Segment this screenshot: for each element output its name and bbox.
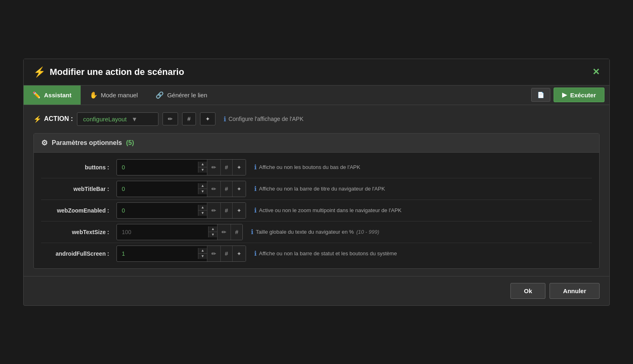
spinner-up-webzoomenabled[interactable]: ▲ — [198, 205, 207, 211]
param-desc-webzoomenabled: ℹ Active ou non le zoom multipoint dans … — [254, 206, 402, 214]
param-input-group-webtextsize: ▲ ▼ ✏ # — [116, 224, 243, 240]
param-desc-webtextsize: ℹ Taille globale du texte du navigateur … — [251, 228, 379, 236]
param-row-webzoomenabled: webZoomEnabled : ▲ ▼ ✏ # ✦ ℹ — [41, 200, 592, 221]
param-hash-btn-buttons[interactable]: # — [220, 160, 232, 175]
param-input-group-androidfullscreen: ▲ ▼ ✏ # ✦ — [116, 246, 246, 262]
tab-assistant[interactable]: ✏️ Assistant — [24, 86, 81, 105]
param-edit-btn-webtitlebar[interactable]: ✏ — [207, 181, 220, 197]
param-name-buttons: buttons : — [41, 164, 112, 171]
param-edit-btn-buttons[interactable]: ✏ — [207, 160, 220, 175]
param-hash-btn-webtextsize[interactable]: # — [231, 224, 242, 240]
ok-button[interactable]: Ok — [510, 283, 545, 299]
chevron-down-icon: ▼ — [132, 116, 138, 123]
param-hash-btn-androidfullscreen[interactable]: # — [220, 246, 232, 261]
bolt-icon: ⚡ — [33, 66, 46, 78]
param-input-webtextsize[interactable] — [117, 226, 208, 239]
info-icon: ℹ — [251, 228, 253, 236]
param-hash-btn-webtitlebar[interactable]: # — [220, 181, 232, 197]
spinner-down-webtitlebar[interactable]: ▼ — [198, 189, 207, 194]
action-label: ⚡ ACTION : — [33, 115, 73, 123]
param-spinner-webtitlebar: ▲ ▼ — [198, 183, 207, 194]
param-spinner-webtextsize: ▲ ▼ — [208, 226, 217, 237]
param-spinner-androidfullscreen: ▲ ▼ — [198, 248, 207, 259]
dialog-title: ⚡ Modifier une action de scénario — [33, 66, 184, 78]
param-desc-androidfullscreen: ℹ Affiche ou non la barre de statut et l… — [254, 250, 397, 257]
action-select[interactable]: configureLayout ▼ — [77, 112, 158, 126]
param-input-group-webzoomenabled: ▲ ▼ ✏ # ✦ — [116, 202, 246, 219]
run-icon: ▶ — [562, 91, 567, 99]
dialog: ⚡ Modifier une action de scénario ✕ ✏️ A… — [23, 59, 610, 306]
content: ⚡ ACTION : configureLayout ▼ ✏ # ✦ ℹ Con… — [24, 105, 609, 276]
param-input-buttons[interactable] — [117, 161, 198, 174]
action-value: configureLayout — [83, 116, 127, 123]
wand-icon: ✏️ — [33, 91, 41, 99]
spinner-down-androidfullscreen[interactable]: ▼ — [198, 254, 207, 259]
param-desc-webtitlebar: ℹ Affiche ou non la barre de titre du na… — [254, 185, 385, 193]
spinner-up-webtextsize[interactable]: ▲ — [209, 226, 217, 232]
info-icon: ℹ — [254, 185, 257, 193]
info-icon: ℹ — [254, 163, 257, 171]
action-bolt-icon: ⚡ — [33, 115, 42, 123]
wand-icon: ✦ — [205, 116, 210, 122]
param-row-webtitlebar: webTitleBar : ▲ ▼ ✏ # ✦ ℹ Aff — [41, 178, 592, 200]
cancel-button[interactable]: Annuler — [549, 283, 600, 299]
spinner-down-webzoomenabled[interactable]: ▼ — [198, 211, 207, 216]
param-wand-btn-buttons[interactable]: ✦ — [232, 160, 246, 175]
param-name-webtextsize: webTextSize : — [41, 229, 112, 235]
param-wand-btn-webzoomenabled[interactable]: ✦ — [232, 203, 246, 218]
param-input-webtitlebar[interactable] — [117, 182, 198, 195]
spinner-up-androidfullscreen[interactable]: ▲ — [198, 248, 207, 254]
link-icon: 🔗 — [156, 91, 164, 99]
hand-icon: ✋ — [90, 91, 98, 99]
param-input-group-buttons: ▲ ▼ ✏ # ✦ — [116, 159, 246, 175]
param-input-group-webtitlebar: ▲ ▼ ✏ # ✦ — [116, 181, 246, 197]
param-name-webtitlebar: webTitleBar : — [41, 186, 112, 192]
param-edit-btn-androidfullscreen[interactable]: ✏ — [207, 246, 220, 261]
param-row-buttons: buttons : ▲ ▼ ✏ # ✦ ℹ Affiche — [41, 157, 592, 178]
tabs-right: 📄 ▶ Exécuter — [531, 88, 609, 102]
param-row-webtextsize: webTextSize : ▲ ▼ ✏ # ℹ Taille globale d… — [41, 221, 592, 243]
params-header: ⚙ Paramètres optionnels (5) — [34, 134, 599, 153]
gear-icon: ⚙ — [41, 138, 48, 147]
doc-button[interactable]: 📄 — [531, 88, 550, 102]
param-name-androidfullscreen: androidFullScreen : — [41, 250, 112, 257]
spinner-up-webtitlebar[interactable]: ▲ — [198, 183, 207, 189]
close-button[interactable]: ✕ — [592, 67, 600, 77]
run-button[interactable]: ▶ Exécuter — [554, 88, 604, 102]
info-icon: ℹ — [224, 115, 226, 123]
run-label: Exécuter — [570, 92, 596, 99]
dialog-title-text: Modifier une action de scénario — [50, 67, 184, 77]
hash-icon: # — [187, 116, 191, 122]
action-edit-button[interactable]: ✏ — [163, 112, 178, 125]
param-hash-btn-webzoomenabled[interactable]: # — [220, 203, 232, 218]
param-spinner-webzoomenabled: ▲ ▼ — [198, 205, 207, 216]
spinner-down-buttons[interactable]: ▼ — [198, 167, 207, 173]
param-wand-btn-androidfullscreen[interactable]: ✦ — [232, 246, 246, 261]
info-icon: ℹ — [254, 206, 257, 214]
spinner-down-webtextsize[interactable]: ▼ — [209, 232, 217, 237]
edit-icon: ✏ — [168, 116, 173, 122]
action-wand-button[interactable]: ✦ — [200, 112, 215, 125]
spinner-up-buttons[interactable]: ▲ — [198, 162, 207, 167]
params-table: buttons : ▲ ▼ ✏ # ✦ ℹ Affiche — [34, 153, 599, 268]
param-edit-btn-webzoomenabled[interactable]: ✏ — [207, 203, 220, 218]
action-hash-button[interactable]: # — [182, 112, 196, 125]
param-wand-btn-webtitlebar[interactable]: ✦ — [232, 181, 246, 197]
footer: Ok Annuler — [24, 276, 609, 305]
action-description: ℹ Configure l'affichage de l'APK — [224, 115, 303, 123]
dialog-header: ⚡ Modifier une action de scénario ✕ — [24, 59, 609, 86]
tabs-bar: ✏️ Assistant ✋ Mode manuel 🔗 Générer le … — [24, 86, 609, 105]
params-section: ⚙ Paramètres optionnels (5) buttons : ▲ … — [33, 133, 600, 269]
tab-mode-manuel[interactable]: ✋ Mode manuel — [81, 86, 147, 105]
param-name-webzoomenabled: webZoomEnabled : — [41, 207, 112, 214]
param-input-webzoomenabled[interactable] — [117, 204, 198, 217]
param-edit-btn-webtextsize[interactable]: ✏ — [217, 224, 231, 240]
tab-generer-lien[interactable]: 🔗 Générer le lien — [147, 86, 216, 105]
param-spinner-buttons: ▲ ▼ — [198, 162, 207, 173]
param-desc-buttons: ℹ Affiche ou non les boutons du bas de l… — [254, 163, 360, 171]
action-row: ⚡ ACTION : configureLayout ▼ ✏ # ✦ ℹ Con… — [33, 112, 600, 126]
info-icon: ℹ — [254, 250, 257, 257]
param-input-androidfullscreen[interactable] — [117, 247, 198, 260]
param-row-androidfullscreen: androidFullScreen : ▲ ▼ ✏ # ✦ ℹ — [41, 243, 592, 264]
